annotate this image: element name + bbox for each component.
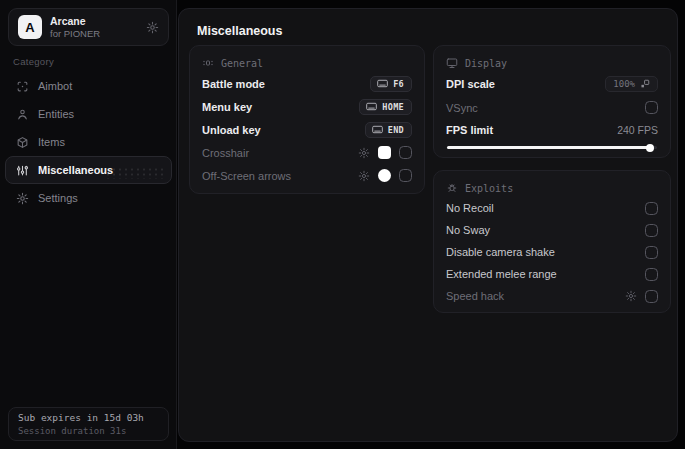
- no-recoil-row: No Recoil: [446, 197, 658, 219]
- fps-limit-slider[interactable]: [447, 146, 657, 149]
- main-panel: Miscellaneous General Battle mode F6: [178, 8, 678, 442]
- no-sway-row: No Sway: [446, 219, 658, 241]
- package-icon: [16, 136, 29, 149]
- fps-slider-knob[interactable]: [646, 144, 654, 152]
- keyboard-icon: [366, 102, 377, 111]
- dpi-scale-row: DPI scale 100%: [446, 72, 658, 96]
- sidebar-item-label: Entities: [38, 108, 74, 120]
- display-card-title: Display: [465, 58, 507, 69]
- unload-keybind[interactable]: END: [365, 122, 412, 138]
- crosshair-color-swatch[interactable]: [378, 146, 391, 159]
- sidebar-item-label: Aimbot: [38, 80, 72, 92]
- sidebar-item-items[interactable]: Items: [5, 128, 172, 156]
- sub-expiry-text: Sub expires in 15d 03h: [18, 412, 159, 425]
- grid-dots-icon: [202, 57, 214, 69]
- speed-hack-settings-gear-icon[interactable]: [625, 290, 637, 302]
- offscreen-settings-gear-icon[interactable]: [358, 170, 370, 182]
- vsync-row: VSync: [446, 96, 658, 119]
- battle-mode-keybind[interactable]: F6: [370, 76, 412, 92]
- dpi-scale-value-badge[interactable]: 100%: [605, 76, 658, 92]
- sidebar-item-label: Settings: [38, 192, 78, 204]
- subscription-info-card: Sub expires in 15d 03h Session duration …: [8, 407, 169, 441]
- active-item-dots-decoration: [105, 167, 163, 179]
- no-recoil-checkbox[interactable]: [645, 202, 658, 215]
- unload-key-row: Unload key END: [202, 118, 412, 141]
- menu-keybind[interactable]: HOME: [359, 99, 412, 115]
- crosshair-label: Crosshair: [202, 147, 249, 159]
- monitor-icon: [446, 57, 458, 69]
- no-sway-checkbox[interactable]: [645, 224, 658, 237]
- entities-icon: [16, 108, 29, 121]
- menu-key-row: Menu key HOME: [202, 95, 412, 118]
- vsync-checkbox[interactable]: [645, 101, 658, 114]
- app-window: A Arcane for PIONER Category Aimbot: [0, 0, 685, 449]
- no-sway-label: No Sway: [446, 224, 490, 236]
- app-logo: A: [18, 15, 42, 39]
- vsync-label: VSync: [446, 102, 478, 114]
- sidebar: A Arcane for PIONER Category Aimbot: [0, 0, 177, 449]
- fps-limit-row: FPS limit 240 FPS: [446, 119, 658, 141]
- sidebar-item-miscellaneous[interactable]: Miscellaneous: [5, 156, 172, 184]
- fps-limit-label: FPS limit: [446, 124, 493, 136]
- general-card: General Battle mode F6 Menu key HOME: [189, 45, 425, 194]
- crosshair-scan-icon: [16, 80, 29, 93]
- sliders-icon: [16, 164, 29, 177]
- exploits-card-title: Exploits: [465, 183, 513, 194]
- app-name: Arcane: [50, 15, 100, 28]
- session-duration-text: Session duration 31s: [18, 425, 159, 437]
- crosshair-row: Crosshair: [202, 141, 412, 164]
- battle-mode-row: Battle mode F6: [202, 72, 412, 95]
- sidebar-item-label: Items: [38, 136, 65, 148]
- extended-melee-range-checkbox[interactable]: [645, 268, 658, 281]
- gear-icon: [16, 192, 29, 205]
- unload-key-label: Unload key: [202, 124, 261, 136]
- exploits-card: Exploits No Recoil No Sway Disable camer…: [433, 170, 671, 313]
- no-recoil-label: No Recoil: [446, 202, 494, 214]
- bug-icon: [446, 182, 458, 194]
- offscreen-checkbox[interactable]: [399, 169, 412, 182]
- speed-hack-row: Speed hack: [446, 285, 658, 307]
- app-brand-card: A Arcane for PIONER: [8, 8, 169, 46]
- disable-camera-shake-checkbox[interactable]: [645, 246, 658, 259]
- scale-icon: [640, 79, 650, 89]
- menu-key-label: Menu key: [202, 101, 252, 113]
- sidebar-item-entities[interactable]: Entities: [5, 100, 172, 128]
- offscreen-arrows-row: Off-Screen arrows: [202, 164, 412, 187]
- fps-slider-fill: [447, 146, 653, 149]
- offscreen-arrows-label: Off-Screen arrows: [202, 170, 291, 182]
- category-label: Category: [13, 56, 54, 67]
- extended-melee-range-label: Extended melee range: [446, 268, 557, 280]
- dpi-scale-label: DPI scale: [446, 78, 495, 90]
- speed-hack-checkbox[interactable]: [645, 290, 658, 303]
- app-subtitle: for PIONER: [50, 28, 100, 40]
- speed-hack-label: Speed hack: [446, 290, 504, 302]
- display-card: Display DPI scale 100% VSync FPS limit: [433, 45, 671, 158]
- brand-settings-icon[interactable]: [146, 21, 159, 34]
- fps-limit-value: 240 FPS: [617, 124, 658, 136]
- sidebar-item-settings[interactable]: Settings: [5, 184, 172, 212]
- offscreen-color-swatch[interactable]: [378, 169, 391, 182]
- keyboard-icon: [377, 79, 388, 88]
- keyboard-icon: [372, 125, 383, 134]
- sidebar-item-label: Miscellaneous: [38, 164, 113, 176]
- sidebar-item-aimbot[interactable]: Aimbot: [5, 72, 172, 100]
- battle-mode-label: Battle mode: [202, 78, 265, 90]
- sidebar-nav: Aimbot Entities Items Miscellaneous: [5, 72, 172, 212]
- general-card-title: General: [221, 58, 263, 69]
- page-title: Miscellaneous: [197, 24, 282, 38]
- crosshair-settings-gear-icon[interactable]: [358, 147, 370, 159]
- crosshair-checkbox[interactable]: [399, 146, 412, 159]
- disable-camera-shake-label: Disable camera shake: [446, 246, 555, 258]
- disable-camera-shake-row: Disable camera shake: [446, 241, 658, 263]
- extended-melee-range-row: Extended melee range: [446, 263, 658, 285]
